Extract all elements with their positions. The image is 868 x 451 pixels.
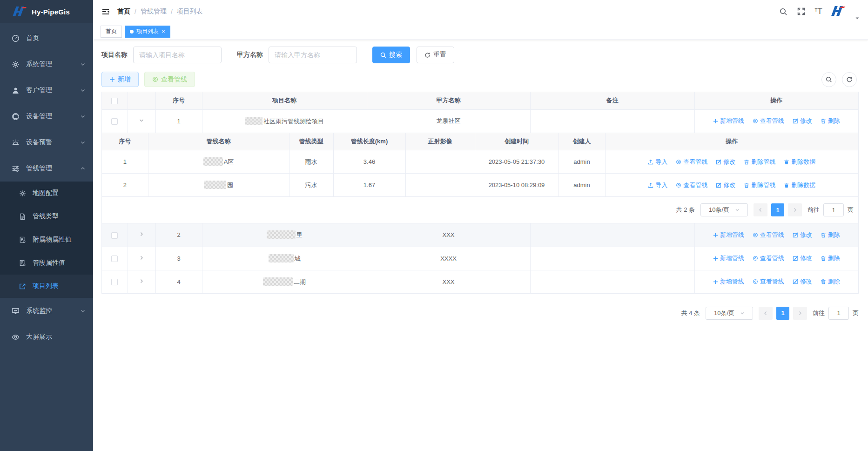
font-size-icon[interactable]: тT	[815, 7, 823, 16]
add-button[interactable]: 新增	[101, 72, 139, 87]
sidebar-fold-icon[interactable]	[101, 7, 110, 16]
search-icon[interactable]	[779, 7, 787, 16]
cell-created: 2023-05-05 21:37:30	[475, 150, 558, 174]
dashboard-icon	[11, 34, 20, 42]
add-pipeline-link[interactable]: 新增管线	[713, 254, 744, 263]
cell-seq: 2	[155, 223, 202, 247]
view-pipeline-link[interactable]: 查看管线	[753, 254, 784, 263]
row-checkbox[interactable]	[111, 279, 118, 285]
prev-page-button[interactable]	[754, 203, 767, 216]
sidebar-item-pipeline[interactable]: 管线管理	[0, 155, 93, 182]
sidebar-item-monitor[interactable]: 系统监控	[0, 298, 93, 324]
edit-link[interactable]: 修改	[793, 117, 812, 125]
cell-ops: 新增管线查看管线修改删除	[694, 109, 858, 133]
total-count: 共 4 条	[681, 309, 700, 317]
cell-remark	[530, 109, 694, 133]
delete-link[interactable]: 删除	[821, 117, 840, 125]
goto-page-input[interactable]	[828, 307, 849, 320]
app-root: Hy-PipeGis 首页 系统管理	[0, 0, 868, 451]
sidebar-item-bigscreen[interactable]: 大屏展示	[0, 324, 93, 350]
sidebar-item-attachment-attr[interactable]: 附属物属性值	[0, 228, 93, 251]
expand-row-icon[interactable]	[139, 231, 144, 237]
search-button[interactable]: 搜索	[372, 47, 410, 63]
view-pipeline-link[interactable]: 查看管线	[676, 158, 707, 166]
cell-project-name: 里	[202, 223, 367, 247]
page-size-select[interactable]: 10条/页	[700, 203, 748, 216]
expand-row-icon[interactable]	[139, 278, 144, 284]
documents-icon	[19, 236, 26, 243]
add-pipeline-link[interactable]: 新增管线	[713, 117, 744, 125]
page-number-button[interactable]: 1	[776, 307, 789, 320]
edit-link[interactable]: 修改	[716, 181, 735, 189]
expand-header-cell	[128, 92, 155, 109]
redacted-text	[204, 181, 226, 189]
expand-row-icon[interactable]	[139, 255, 144, 261]
row-checkbox[interactable]	[111, 256, 118, 262]
tab-project-list[interactable]: 项目列表 ×	[125, 26, 170, 38]
sidebar-item-project-list[interactable]: 项目列表	[0, 275, 93, 298]
chevron-down-icon	[80, 88, 86, 93]
toggle-search-icon[interactable]	[821, 72, 836, 87]
sidebar-item-device[interactable]: 设备管理	[0, 103, 93, 129]
row-checkbox[interactable]	[111, 118, 118, 125]
row-checkbox[interactable]	[111, 232, 118, 239]
cell-project-name: 社区雨污管线测绘项目	[202, 109, 367, 133]
view-pipeline-link[interactable]: 查看管线	[676, 181, 707, 189]
next-page-button[interactable]	[788, 203, 802, 216]
sidebar-item-label: 附属物属性值	[33, 236, 72, 244]
delete-pipeline-link[interactable]: 删除管线	[744, 158, 775, 166]
user-menu[interactable]	[832, 5, 860, 19]
view-pipeline-link[interactable]: 查看管线	[753, 117, 784, 125]
edit-link[interactable]: 修改	[793, 254, 812, 263]
sidebar-item-customer[interactable]: 客户管理	[0, 77, 93, 103]
cell-ops: 新增管线查看管线修改删除	[694, 223, 858, 247]
select-all-checkbox[interactable]	[111, 98, 118, 104]
view-pipeline-link[interactable]: 查看管线	[753, 231, 784, 239]
delete-data-link[interactable]: 删除数据	[784, 158, 815, 166]
sidebar-item-map-config[interactable]: 地图配置	[0, 182, 93, 205]
sidebar-item-label: 大屏展示	[26, 333, 52, 341]
refresh-icon[interactable]	[842, 72, 857, 87]
next-page-button[interactable]	[793, 307, 807, 320]
sidebar-item-segment-attr[interactable]: 管段属性值	[0, 251, 93, 275]
delete-pipeline-link[interactable]: 删除管线	[744, 181, 775, 189]
tab-home[interactable]: 首页	[101, 26, 122, 38]
subcol-ops: 操作	[605, 133, 858, 150]
delete-link[interactable]: 删除	[821, 231, 840, 239]
edit-link[interactable]: 修改	[793, 231, 812, 239]
edit-link[interactable]: 修改	[716, 158, 735, 166]
project-name-input[interactable]	[133, 47, 222, 63]
add-pipeline-link[interactable]: 新增管线	[713, 277, 744, 286]
import-link[interactable]: 导入	[648, 181, 667, 189]
close-icon[interactable]: ×	[161, 28, 165, 34]
breadcrumb-project-list: 项目列表	[177, 7, 203, 16]
view-pipeline-link[interactable]: 查看管线	[753, 277, 784, 286]
sidebar-item-pipeline-type[interactable]: 管线类型	[0, 205, 93, 228]
breadcrumb-home[interactable]: 首页	[117, 7, 130, 16]
collapse-row-icon[interactable]	[139, 118, 144, 123]
gear-icon	[19, 189, 26, 197]
user-icon	[11, 86, 20, 94]
delete-data-link[interactable]: 删除数据	[784, 181, 815, 189]
sidebar-item-system[interactable]: 系统管理	[0, 51, 93, 77]
redacted-text	[245, 117, 262, 125]
goto-label: 前往	[807, 206, 820, 214]
sidebar-item-home[interactable]: 首页	[0, 25, 93, 51]
reset-button[interactable]: 重置	[417, 47, 454, 63]
subcol-created: 创建时间	[475, 133, 558, 150]
party-name-input[interactable]	[269, 47, 357, 63]
prev-page-button[interactable]	[759, 307, 773, 320]
page-number-button[interactable]: 1	[771, 203, 784, 216]
fullscreen-icon[interactable]	[797, 7, 806, 16]
import-link[interactable]: 导入	[648, 158, 667, 166]
breadcrumb-pipeline[interactable]: 管线管理	[141, 7, 167, 16]
delete-link[interactable]: 删除	[821, 277, 840, 286]
goto-page-input[interactable]	[823, 203, 844, 216]
add-pipeline-link[interactable]: 新增管线	[713, 231, 744, 239]
edit-link[interactable]: 修改	[793, 277, 812, 286]
cell-remark	[530, 247, 694, 270]
delete-link[interactable]: 删除	[821, 254, 840, 263]
page-size-select[interactable]: 10条/页	[706, 307, 753, 320]
sidebar-item-alert[interactable]: 设备预警	[0, 129, 93, 155]
view-pipeline-button[interactable]: 查看管线	[144, 72, 195, 87]
